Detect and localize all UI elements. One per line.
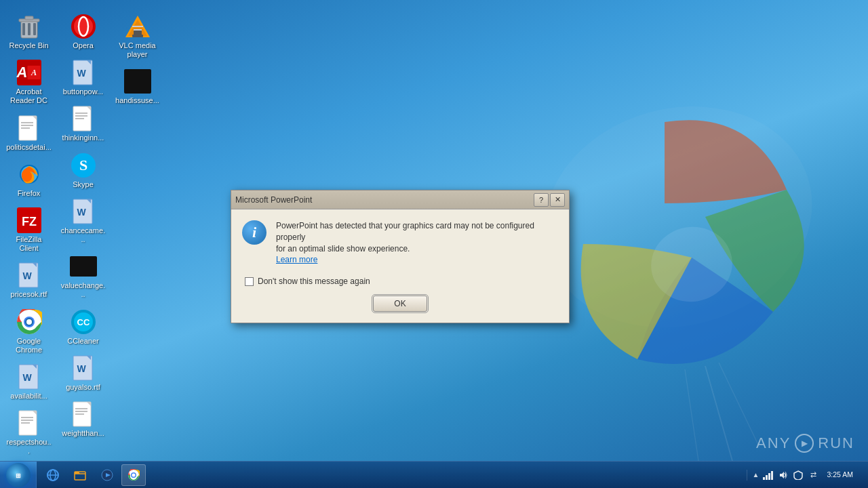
svg-rect-7 (28, 23, 31, 35)
sync-icon[interactable]: ⇄ (808, 470, 818, 481)
system-tray: ▲ (747, 470, 825, 481)
desktop-icon-opera[interactable]: Opera (58, 10, 108, 53)
taskbar: ⊞ (0, 461, 868, 488)
opera-label: Opera (73, 41, 94, 50)
dialog-close-button[interactable]: ✕ (550, 193, 565, 207)
svg-line-4 (719, 363, 760, 447)
dialog-help-button[interactable]: ? (534, 193, 549, 207)
taskbar-chrome-button[interactable] (121, 464, 146, 486)
svg-rect-68 (132, 35, 143, 37)
dialog-dont-show-checkbox[interactable] (245, 277, 254, 286)
dialog-controls: ? ✕ (534, 193, 565, 207)
filezilla-label: FileZilla Client (6, 235, 52, 253)
filezilla-icon: FZ (16, 207, 43, 234)
svg-rect-82 (763, 477, 765, 480)
pricesok-label: pricesok.rtf (11, 290, 47, 299)
svg-point-39 (74, 17, 93, 36)
desktop-icon-buttonpow[interactable]: W buttonpow... (58, 56, 108, 99)
chancecame-icon: W (70, 198, 97, 225)
handissue-icon (124, 68, 151, 95)
guyalso-label: guyalso.rtf (66, 383, 100, 392)
taskbar-pinned-apps (40, 464, 146, 486)
skype-icon: S (70, 152, 97, 179)
desktop-icon-handissue[interactable]: handissuse... (112, 65, 163, 108)
desktop-icon-politicsdetail[interactable]: politicsdetai... (3, 112, 54, 155)
svg-rect-6 (22, 23, 25, 35)
desktop-icon-chrome[interactable]: Google Chrome (3, 306, 54, 357)
svg-text:W: W (22, 270, 32, 281)
skype-label: Skype (73, 180, 94, 189)
network-icon[interactable] (763, 470, 774, 481)
svg-line-3 (685, 369, 698, 461)
taskbar-ie-button[interactable] (40, 464, 66, 486)
buttonpow-label: buttonpow... (63, 87, 103, 96)
svg-rect-8 (33, 23, 36, 35)
desktop-icon-recycle-bin[interactable]: Recycle Bin (3, 10, 54, 53)
anyrun-watermark: ANY ▶ RUN (756, 434, 854, 453)
firefox-icon (16, 161, 43, 188)
svg-rect-85 (771, 471, 773, 480)
acrobat-icon: A (16, 59, 43, 86)
vlc-label: VLC media player (115, 41, 160, 59)
svg-text:CC: CC (77, 317, 90, 327)
svg-line-2 (705, 366, 732, 461)
desktop: Recycle Bin A Acrobat Reader DC (0, 0, 868, 488)
valuechange-icon (70, 253, 97, 280)
dialog-titlebar[interactable]: Microsoft PowerPoint ? ✕ (231, 190, 569, 209)
desktop-icon-chancecame[interactable]: W chancecame... (58, 195, 108, 247)
dialog-ok-button[interactable]: OK (373, 296, 427, 312)
vlc-icon (124, 13, 151, 40)
show-hidden-icon[interactable]: ▲ (753, 471, 760, 479)
svg-rect-83 (766, 475, 768, 480)
desktop-icon-firefox[interactable]: Firefox (3, 158, 54, 201)
desktop-icon-filezilla[interactable]: FZ FileZilla Client (3, 204, 54, 256)
desktop-icon-skype[interactable]: S Skype (58, 149, 108, 192)
powerpoint-dialog: Microsoft PowerPoint ? ✕ i PowerPoint ha… (231, 190, 570, 323)
dialog-dont-show-label[interactable]: Don't show this message again (258, 277, 370, 286)
dialog-message: PowerPoint has detected that your graphi… (276, 220, 558, 266)
taskbar-middle (37, 462, 747, 488)
desktop-icon-vlc[interactable]: VLC media player (112, 10, 163, 62)
system-clock[interactable]: 3:25 AM (827, 470, 853, 480)
desktop-icon-availability[interactable]: W availabilit... (3, 361, 54, 403)
desktop-icon-weightthan[interactable]: weightthan... (58, 398, 108, 441)
svg-rect-10 (25, 16, 33, 20)
dialog-learn-more-link[interactable]: Learn more (276, 255, 317, 264)
svg-text:FZ: FZ (22, 215, 37, 228)
svg-marker-86 (780, 472, 784, 479)
desktop-icon-thinkinginn[interactable]: thinkinginn... (58, 102, 108, 145)
svg-rect-84 (768, 473, 770, 480)
anyrun-text-any: ANY (756, 434, 791, 452)
anyrun-play-icon: ▶ (795, 434, 814, 453)
desktop-icon-acrobat[interactable]: A Acrobat Reader DC (3, 56, 54, 108)
thinkinginn-label: thinkinginn... (62, 134, 104, 142)
dialog-body: i PowerPoint has detected that your grap… (242, 220, 558, 266)
thinkinginn-icon (70, 105, 97, 132)
start-orb: ⊞ (6, 463, 31, 487)
svg-text:⊞: ⊞ (16, 472, 21, 479)
dialog-title-text: Microsoft PowerPoint (235, 195, 312, 205)
dialog-content: i PowerPoint has detected that your grap… (231, 209, 569, 323)
dialog-info-icon-area: i (242, 220, 267, 266)
start-button[interactable]: ⊞ (0, 462, 37, 489)
desktop-icon-valuechange[interactable]: valuechange... (58, 250, 108, 302)
svg-text:A: A (31, 68, 37, 78)
desktop-icon-pricesok[interactable]: W pricesok.rtf (3, 259, 54, 302)
taskbar-explorer-button[interactable] (67, 464, 93, 486)
dialog-checkbox-row: Don't show this message again (245, 277, 558, 286)
respectshou-label: respectshou... (6, 438, 52, 455)
security-icon[interactable] (793, 470, 804, 481)
dialog-message-line1: PowerPoint has detected that your graphi… (276, 221, 534, 242)
volume-icon[interactable] (778, 470, 789, 481)
dialog-info-icon: i (242, 220, 267, 245)
respectshou-icon (16, 409, 43, 436)
politicsdetail-icon (16, 115, 43, 142)
desktop-icon-respectshou[interactable]: respectshou... (3, 407, 54, 458)
svg-text:S: S (79, 157, 87, 174)
taskbar-media-button[interactable] (94, 464, 120, 486)
desktop-icon-ccleaner[interactable]: CC CCleaner (58, 306, 108, 348)
desktop-icon-guyalso[interactable]: W guyalso.rtf (58, 352, 108, 394)
firefox-label: Firefox (18, 189, 41, 198)
ccleaner-label: CCleaner (67, 337, 98, 346)
svg-point-29 (26, 319, 32, 325)
